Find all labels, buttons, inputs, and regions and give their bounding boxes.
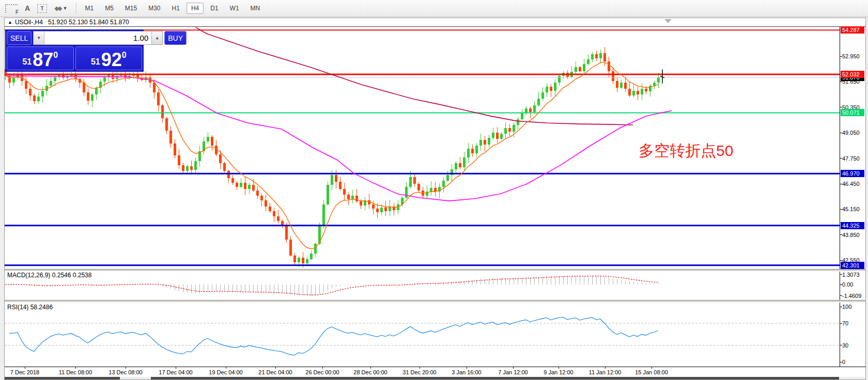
timeframe-button-m15[interactable]: M15	[120, 3, 142, 14]
volume-spinner: ▼ ▲	[33, 31, 163, 45]
top-toolbar: F A T ◆◆▼ M1M5M15M30H1H4D1W1MN	[0, 0, 868, 17]
timeframe-button-h1[interactable]: H1	[167, 3, 184, 14]
timeframe-button-h4[interactable]: H4	[187, 3, 204, 14]
price-level-label: 52.032	[841, 71, 864, 78]
buy-price-button[interactable]: 51920	[75, 46, 143, 70]
time-axis-label: 19 Dec 04:00	[209, 369, 242, 375]
rsi-indicator-label: RSI(14) 58.2486	[7, 304, 53, 311]
macd-axis-tick: -1.4609	[842, 292, 861, 299]
time-axis-label: 11 Jan 12:00	[589, 369, 622, 375]
price-axis-tick: 46.450	[842, 180, 860, 187]
chart-annotation-text: 多空转折点50	[639, 140, 733, 162]
rsi-axis-tick: 100	[842, 303, 851, 310]
time-axis-label: 21 Dec 04:00	[258, 369, 292, 375]
volume-increase-button[interactable]: ▲	[151, 31, 162, 44]
timeframe-button-mn[interactable]: MN	[246, 3, 265, 14]
time-axis-label: 28 Dec 00:00	[353, 369, 387, 375]
shapes-icon[interactable]: ◆◆▼	[54, 5, 67, 12]
volume-input[interactable]	[44, 31, 151, 44]
sell-price-big: 87	[33, 51, 53, 68]
price-axis-tick: 52.950	[842, 53, 860, 60]
price-level-label: 44.325	[841, 222, 864, 229]
sell-price-sup: 0	[53, 51, 58, 60]
dropdown-caret-icon: ▼	[63, 6, 68, 11]
price-level-label: 50.071	[841, 109, 864, 116]
price-level-label: 42.301	[841, 262, 864, 269]
buy-price-big: 92	[101, 51, 122, 68]
chart-ohlc-values: 51.920 52.130 51.840 51.870	[48, 19, 129, 26]
time-axis-label: 26 Dec 00:00	[305, 369, 339, 375]
timeframe-button-m1[interactable]: M1	[81, 3, 99, 14]
price-level-label: 54.287	[841, 26, 864, 34]
time-axis-label: 11 Dec 08:00	[59, 369, 92, 375]
timeframe-button-d1[interactable]: D1	[206, 3, 223, 14]
one-click-trading-panel: SELL ▼ ▲ BUY 51870 51920	[5, 29, 144, 72]
macd-axis-tick: 0.00	[842, 281, 853, 288]
f-grid-icon[interactable]: F	[5, 4, 18, 13]
price-axis-tick: 47.750	[842, 155, 860, 162]
rsi-panel-separator[interactable]	[5, 300, 865, 303]
chart-title-bar: ▲ USOil-,H4 51.920 52.130 51.840 51.870	[5, 18, 865, 27]
price-level-label: 46.970	[841, 170, 864, 177]
time-axis-label: 7 Dec 2018	[10, 369, 39, 375]
t-textbox-icon[interactable]: T	[37, 4, 47, 13]
timeframe-button-w1[interactable]: W1	[225, 3, 244, 14]
macd-indicator-label: MACD(12,26,9) 0.2546 0.2538	[7, 272, 91, 279]
scrollbar-thumb-right[interactable]	[151, 377, 839, 379]
time-axis-label: 7 Jan 12:00	[498, 369, 528, 375]
macd-axis-tick: 1.3073	[842, 271, 860, 278]
time-axis-label: 3 Jan 16:00	[452, 369, 482, 375]
price-axis-tick: 45.150	[842, 205, 860, 213]
macd-panel-separator[interactable]	[5, 269, 865, 272]
price-axis-tick: 43.850	[842, 231, 860, 239]
toolbar-separator	[76, 3, 76, 14]
sell-price-button[interactable]: 51870	[7, 46, 74, 70]
buy-price-sup: 0	[122, 51, 127, 60]
buy-button[interactable]: BUY	[164, 31, 187, 45]
time-axis-label: 31 Dec 20:00	[402, 369, 436, 375]
sell-price-prefix: 51	[22, 57, 32, 67]
a-text-icon[interactable]: A	[25, 4, 30, 12]
rsi-axis-tick: 0	[842, 358, 845, 366]
chart-symbol-title: USOil-,H4	[15, 19, 43, 26]
time-axis-label: 17 Dec 04:00	[159, 369, 192, 375]
caret-down-icon: ▼	[37, 36, 41, 40]
rsi-axis-tick: 70	[842, 320, 848, 327]
buy-price-prefix: 51	[91, 57, 100, 67]
time-axis-label: 15 Jan 08:00	[635, 369, 668, 375]
time-axis-label: 13 Dec 08:00	[109, 369, 142, 375]
sell-button[interactable]: SELL	[7, 31, 32, 45]
timeframe-button-m30[interactable]: M30	[144, 3, 165, 14]
timeframe-button-m5[interactable]: M5	[100, 3, 118, 14]
price-axis-tick: 49.050	[842, 129, 860, 136]
timeframe-buttons: M1M5M15M30H1H4D1W1MN	[81, 3, 265, 14]
chart-shift-marker-icon[interactable]	[664, 19, 672, 23]
time-axis-label: 9 Jan 12:00	[544, 369, 574, 375]
scrollbar-thumb-left[interactable]	[5, 377, 120, 379]
caret-up-icon: ▲	[155, 36, 159, 40]
rsi-axis-tick: 30	[842, 342, 848, 349]
collapse-arrow-icon[interactable]: ▲	[8, 20, 12, 25]
volume-decrease-button[interactable]: ▼	[34, 31, 44, 44]
